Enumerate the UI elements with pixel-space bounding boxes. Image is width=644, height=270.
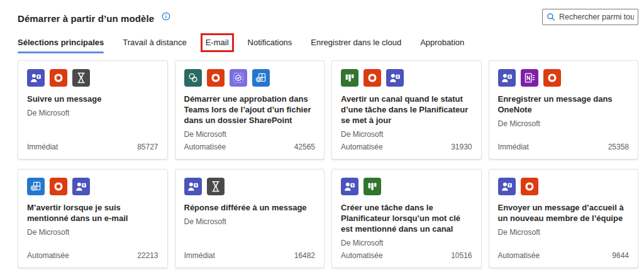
teams-icon bbox=[341, 178, 358, 195]
tab-label: Travail à distance bbox=[123, 38, 186, 47]
card-footer: Automatisée 22213 bbox=[27, 251, 158, 260]
card-flow-type: Automatisée bbox=[184, 143, 226, 151]
card-icon-row bbox=[341, 69, 472, 87]
template-card[interactable]: Démarrer une approbation dans Teams lors… bbox=[175, 60, 325, 159]
card-title: Envoyer un message d’accueil à un nouvea… bbox=[498, 203, 630, 224]
card-usage-count: 25358 bbox=[608, 143, 629, 151]
planner-icon bbox=[364, 178, 381, 195]
card-usage-count: 9644 bbox=[612, 251, 629, 260]
card-usage-count: 10516 bbox=[451, 251, 472, 260]
card-usage-count: 42565 bbox=[294, 143, 315, 151]
tab-label: Enregistrer dans le cloud bbox=[311, 38, 401, 47]
onenote-icon bbox=[521, 69, 538, 87]
teams-icon bbox=[72, 178, 90, 195]
tab-travail-a-distance[interactable]: Travail à distance bbox=[123, 38, 186, 54]
card-title: Avertir un canal quand le statut d’une t… bbox=[341, 94, 472, 126]
card-publisher: De Microsoft bbox=[184, 130, 316, 139]
tab-e-mail[interactable]: E-mail bbox=[206, 38, 229, 54]
office-icon bbox=[364, 69, 381, 87]
card-usage-count: 31930 bbox=[451, 143, 472, 151]
card-icon-row bbox=[184, 178, 316, 195]
teams-icon bbox=[498, 69, 516, 87]
selected-tab-underline bbox=[18, 51, 104, 53]
teams-icon bbox=[27, 69, 45, 87]
hourglass-icon bbox=[72, 69, 90, 87]
card-footer: Automatisée 31930 bbox=[341, 143, 472, 151]
page-header: Démarrer à partir d’un modèle bbox=[0, 0, 644, 24]
card-publisher: De Microsoft bbox=[27, 109, 158, 117]
planner-icon bbox=[341, 69, 358, 87]
teams-icon bbox=[386, 69, 404, 87]
approvals-icon bbox=[230, 69, 247, 87]
template-card[interactable]: Créer une tâche dans le Planificateur lo… bbox=[331, 169, 482, 268]
card-footer: Immédiat 85727 bbox=[27, 143, 158, 151]
teams-icon bbox=[184, 178, 202, 195]
card-flow-type: Automatisée bbox=[27, 251, 69, 260]
tab-label: Notifications bbox=[248, 38, 292, 47]
template-card[interactable]: Avertir un canal quand le statut d’une t… bbox=[331, 60, 482, 159]
tab-enregistrer-dans-le-cloud[interactable]: Enregistrer dans le cloud bbox=[311, 38, 401, 54]
office-icon bbox=[207, 69, 225, 87]
outlook-icon bbox=[252, 69, 270, 87]
card-publisher: De Microsoft bbox=[341, 239, 472, 247]
card-publisher: De Microsoft bbox=[184, 217, 316, 226]
sharepoint-icon bbox=[184, 69, 202, 87]
card-publisher: De Microsoft bbox=[498, 228, 630, 237]
card-footer: Automatisée 42565 bbox=[184, 143, 316, 151]
search-box[interactable] bbox=[542, 9, 638, 25]
card-flow-type: Immédiat bbox=[184, 251, 215, 260]
teams-icon bbox=[498, 178, 516, 195]
card-usage-count: 85727 bbox=[137, 143, 158, 151]
tab-notifications[interactable]: Notifications bbox=[248, 38, 292, 54]
card-flow-type: Immédiat bbox=[27, 143, 58, 151]
office-icon bbox=[50, 69, 67, 87]
tab-approbation[interactable]: Approbation bbox=[420, 38, 464, 54]
info-icon[interactable] bbox=[162, 12, 170, 21]
card-title: M’avertir lorsque je suis mentionné dans… bbox=[27, 203, 158, 224]
card-publisher: De Microsoft bbox=[498, 119, 630, 128]
card-title: Suivre un message bbox=[27, 94, 158, 105]
card-flow-type: Immédiat bbox=[498, 143, 529, 151]
card-footer: Automatisée 10516 bbox=[341, 251, 472, 260]
card-title: Démarrer une approbation dans Teams lors… bbox=[184, 94, 316, 126]
card-icon-row bbox=[27, 178, 158, 195]
card-icon-row bbox=[498, 178, 630, 195]
card-title: Créer une tâche dans le Planificateur lo… bbox=[341, 203, 472, 235]
card-title: Enregistrer un message dans OneNote bbox=[498, 94, 630, 116]
tab-label: E-mail bbox=[206, 38, 229, 47]
tab-label: Sélections principales bbox=[18, 38, 104, 47]
template-card-grid: Suivre un message De Microsoft Immédiat … bbox=[18, 60, 638, 268]
search-input[interactable] bbox=[559, 13, 634, 21]
hourglass-icon bbox=[207, 178, 225, 195]
card-icon-row bbox=[27, 69, 158, 87]
card-icon-row bbox=[184, 69, 316, 87]
card-usage-count: 16482 bbox=[294, 251, 315, 260]
card-flow-type: Automatisée bbox=[341, 143, 383, 151]
template-card[interactable]: Enregistrer un message dans OneNote De M… bbox=[489, 60, 639, 159]
search-icon bbox=[547, 13, 555, 21]
office-icon bbox=[521, 178, 538, 195]
outlook-icon bbox=[27, 178, 45, 195]
office-icon bbox=[543, 69, 561, 87]
card-flow-type: Automatisée bbox=[341, 251, 383, 260]
template-card[interactable]: M’avertir lorsque je suis mentionné dans… bbox=[18, 169, 168, 268]
card-icon-row bbox=[498, 69, 630, 87]
page-title: Démarrer à partir d’un modèle bbox=[18, 13, 154, 24]
template-card[interactable]: Suivre un message De Microsoft Immédiat … bbox=[18, 60, 168, 159]
tab-label: Approbation bbox=[420, 38, 464, 47]
card-publisher: De Microsoft bbox=[341, 130, 472, 139]
template-card[interactable]: Réponse différée à un message De Microso… bbox=[175, 169, 325, 268]
card-footer: Immédiat 16482 bbox=[184, 251, 316, 260]
template-card[interactable]: Envoyer un message d’accueil à un nouvea… bbox=[489, 169, 639, 268]
card-icon-row bbox=[341, 178, 472, 195]
card-flow-type: Automatisée bbox=[498, 251, 540, 260]
card-footer: Immédiat 25358 bbox=[498, 143, 630, 151]
tab-selections-principales[interactable]: Sélections principales bbox=[18, 38, 104, 54]
office-icon bbox=[50, 178, 67, 195]
card-footer: Automatisée 9644 bbox=[498, 251, 630, 260]
tab-bar: Sélections principales Travail à distanc… bbox=[18, 38, 644, 54]
card-publisher: De Microsoft bbox=[27, 228, 158, 237]
card-usage-count: 22213 bbox=[137, 251, 158, 260]
card-title: Réponse différée à un message bbox=[184, 203, 316, 213]
